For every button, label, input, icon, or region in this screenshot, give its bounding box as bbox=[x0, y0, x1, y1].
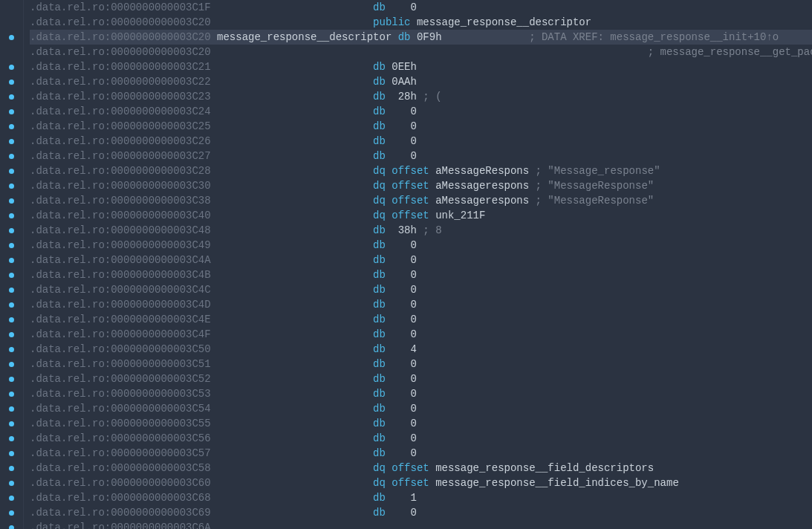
segment-address: .data.rel.ro:0000000000003C54 bbox=[30, 403, 211, 415]
asm-line[interactable]: .data.rel.ro:0000000000003C28 dq offset … bbox=[30, 163, 812, 178]
breakpoint-slot[interactable] bbox=[0, 59, 23, 74]
token-zero: 0 bbox=[411, 299, 417, 311]
asm-line[interactable]: .data.rel.ro:0000000000003C60 dq offset … bbox=[30, 476, 812, 490]
asm-line[interactable]: .data.rel.ro:0000000000003C20 public mes… bbox=[30, 15, 812, 30]
token-mnem: dq bbox=[373, 477, 386, 489]
breakpoint-slot[interactable] bbox=[0, 267, 23, 282]
token-mnem: db bbox=[373, 120, 386, 132]
segment-address: .data.rel.ro:0000000000003C4F bbox=[30, 328, 211, 340]
breakpoint-slot[interactable] bbox=[0, 30, 23, 45]
breakpoint-dot-icon bbox=[9, 362, 14, 367]
asm-line[interactable]: .data.rel.ro:0000000000003C6A bbox=[30, 520, 812, 529]
breakpoint-slot[interactable] bbox=[0, 342, 23, 357]
breakpoint-slot[interactable] bbox=[0, 15, 23, 30]
breakpoint-dot-icon bbox=[9, 347, 14, 352]
asm-line[interactable]: .data.rel.ro:0000000000003C4E db 0 bbox=[30, 312, 812, 327]
asm-line[interactable]: .data.rel.ro:0000000000003C50 db 4 bbox=[30, 342, 812, 357]
breakpoint-slot[interactable] bbox=[0, 461, 23, 476]
token-ident: aMessageRespons bbox=[435, 165, 529, 177]
breakpoint-slot[interactable] bbox=[0, 74, 23, 89]
breakpoint-slot[interactable] bbox=[0, 134, 23, 149]
xref-comment[interactable]: ; DATA XREF: message_response__init+10↑o bbox=[504, 31, 779, 43]
asm-line[interactable]: .data.rel.ro:0000000000003C68 db 1 bbox=[30, 490, 812, 505]
breakpoint-slot[interactable] bbox=[0, 357, 23, 371]
token-ident: aMessagerespons bbox=[435, 180, 529, 192]
token-mnem: db bbox=[373, 343, 386, 355]
asm-line[interactable]: .data.rel.ro:0000000000003C52 db 0 bbox=[30, 371, 812, 386]
breakpoint-gutter[interactable] bbox=[0, 0, 24, 529]
token-mnem: db bbox=[373, 1, 386, 13]
xref-comment[interactable]: ; message_response__get_packed_size+17↑o… bbox=[373, 46, 812, 58]
token-mnem: db bbox=[373, 432, 386, 444]
asm-line[interactable]: .data.rel.ro:0000000000003C26 db 0 bbox=[30, 134, 812, 149]
asm-line[interactable]: .data.rel.ro:0000000000003C38 dq offset … bbox=[30, 193, 812, 208]
asm-line[interactable]: .data.rel.ro:0000000000003C57 db 0 bbox=[30, 446, 812, 461]
token-zero: 0 bbox=[411, 1, 417, 13]
token-mnem: db bbox=[373, 61, 386, 73]
asm-line[interactable]: .data.rel.ro:0000000000003C69 db 0 bbox=[30, 505, 812, 520]
breakpoint-slot[interactable] bbox=[0, 490, 23, 505]
breakpoint-slot[interactable] bbox=[0, 327, 23, 342]
breakpoint-slot[interactable] bbox=[0, 178, 23, 193]
asm-line[interactable]: .data.rel.ro:0000000000003C54 db 0 bbox=[30, 401, 812, 416]
breakpoint-slot[interactable] bbox=[0, 193, 23, 208]
asm-line[interactable]: .data.rel.ro:0000000000003C4A db 0 bbox=[30, 253, 812, 267]
breakpoint-slot[interactable] bbox=[0, 45, 23, 59]
asm-line[interactable]: .data.rel.ro:0000000000003C58 dq offset … bbox=[30, 461, 812, 476]
breakpoint-slot[interactable] bbox=[0, 163, 23, 178]
breakpoint-slot[interactable] bbox=[0, 312, 23, 327]
token-mnem: db bbox=[373, 328, 386, 340]
asm-line[interactable]: .data.rel.ro:0000000000003C49 db 0 bbox=[30, 238, 812, 253]
breakpoint-slot[interactable] bbox=[0, 149, 23, 163]
breakpoint-slot[interactable] bbox=[0, 431, 23, 446]
asm-line[interactable]: .data.rel.ro:0000000000003C55 db 0 bbox=[30, 416, 812, 431]
asm-line[interactable]: .data.rel.ro:0000000000003C30 dq offset … bbox=[30, 178, 812, 193]
breakpoint-slot[interactable] bbox=[0, 386, 23, 401]
breakpoint-slot[interactable] bbox=[0, 0, 23, 15]
breakpoint-slot[interactable] bbox=[0, 282, 23, 297]
breakpoint-slot[interactable] bbox=[0, 238, 23, 253]
breakpoint-slot[interactable] bbox=[0, 297, 23, 312]
asm-line[interactable]: .data.rel.ro:0000000000003C25 db 0 bbox=[30, 119, 812, 134]
asm-line[interactable]: .data.rel.ro:0000000000003C21 db 0EEh bbox=[30, 59, 812, 74]
asm-line[interactable]: .data.rel.ro:0000000000003C27 db 0 bbox=[30, 149, 812, 163]
breakpoint-slot[interactable] bbox=[0, 505, 23, 520]
asm-line[interactable]: .data.rel.ro:0000000000003C56 db 0 bbox=[30, 431, 812, 446]
breakpoint-slot[interactable] bbox=[0, 104, 23, 119]
breakpoint-slot[interactable] bbox=[0, 476, 23, 490]
asm-line[interactable]: .data.rel.ro:0000000000003C22 db 0AAh bbox=[30, 74, 812, 89]
disassembly-listing[interactable]: .data.rel.ro:0000000000003C1F db 0.data.… bbox=[24, 0, 812, 529]
breakpoint-slot[interactable] bbox=[0, 119, 23, 134]
asm-line[interactable]: .data.rel.ro:0000000000003C48 db 38h ; 8 bbox=[30, 223, 812, 238]
breakpoint-slot[interactable] bbox=[0, 446, 23, 461]
asm-line[interactable]: .data.rel.ro:0000000000003C24 db 0 bbox=[30, 104, 812, 119]
breakpoint-slot[interactable] bbox=[0, 89, 23, 104]
breakpoint-slot[interactable] bbox=[0, 416, 23, 431]
asm-line[interactable]: .data.rel.ro:0000000000003C4C db 0 bbox=[30, 282, 812, 297]
breakpoint-slot[interactable] bbox=[0, 401, 23, 416]
asm-line[interactable]: .data.rel.ro:0000000000003C20 ; message_… bbox=[30, 45, 812, 59]
asm-line[interactable]: .data.rel.ro:0000000000003C51 db 0 bbox=[30, 357, 812, 371]
token-num: 28h bbox=[398, 91, 417, 103]
breakpoint-slot[interactable] bbox=[0, 208, 23, 223]
asm-line[interactable]: .data.rel.ro:0000000000003C4D db 0 bbox=[30, 297, 812, 312]
asm-line[interactable]: .data.rel.ro:0000000000003C23 db 28h ; ( bbox=[30, 89, 812, 104]
code-label[interactable]: message_response__descriptor bbox=[217, 31, 392, 43]
token-mnem: dq bbox=[373, 195, 386, 207]
asm-line[interactable]: .data.rel.ro:0000000000003C53 db 0 bbox=[30, 386, 812, 401]
segment-address: .data.rel.ro:0000000000003C30 bbox=[30, 180, 211, 192]
asm-line[interactable]: .data.rel.ro:0000000000003C1F db 0 bbox=[30, 0, 812, 15]
token-zero: 0 bbox=[411, 284, 417, 296]
breakpoint-slot[interactable] bbox=[0, 223, 23, 238]
asm-line[interactable]: .data.rel.ro:0000000000003C4B db 0 bbox=[30, 267, 812, 282]
asm-line[interactable]: .data.rel.ro:0000000000003C4F db 0 bbox=[30, 327, 812, 342]
breakpoint-slot[interactable] bbox=[0, 253, 23, 267]
token-num: 38h bbox=[398, 224, 417, 236]
token-ident: message_response__descriptor bbox=[417, 16, 591, 28]
asm-line[interactable]: .data.rel.ro:0000000000003C40 dq offset … bbox=[30, 208, 812, 223]
asm-line[interactable]: .data.rel.ro:0000000000003C20 message_re… bbox=[30, 30, 812, 45]
breakpoint-slot[interactable] bbox=[0, 371, 23, 386]
token-ident: aMessagerespons bbox=[435, 195, 529, 207]
breakpoint-slot[interactable] bbox=[0, 520, 23, 529]
token-mnem: dq bbox=[373, 462, 386, 474]
